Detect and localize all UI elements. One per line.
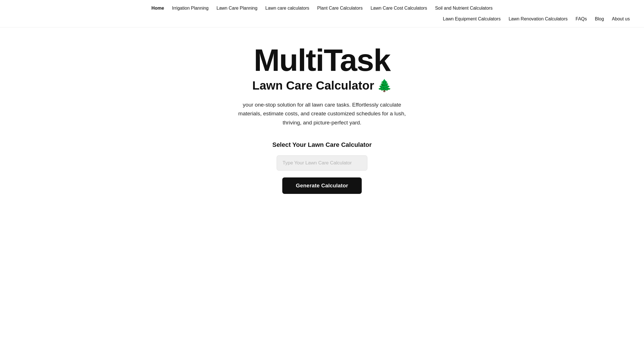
nav-row-2: Lawn Equipment CalculatorsLawn Renovatio… [11,14,633,27]
hero-subtitle-emoji: 🌲 [377,79,392,92]
nav-link-lawn-care-calculators[interactable]: Lawn care calculators [262,4,312,12]
nav-link-plant-care-calculators[interactable]: Plant Care Calculators [314,4,365,12]
nav-link-about-us[interactable]: About us [609,15,633,23]
nav-link-blog[interactable]: Blog [592,15,607,23]
nav-link-faqs[interactable]: FAQs [573,15,590,23]
nav-link-irrigation-planning[interactable]: Irrigation Planning [169,4,211,12]
nav-link-lawn-care-cost-calculators[interactable]: Lawn Care Cost Calculators [368,4,430,12]
nav-link-lawn-equipment-calculators[interactable]: Lawn Equipment Calculators [440,15,504,23]
calculator-input[interactable] [277,155,367,171]
calculator-section: Select Your Lawn Care Calculator Generat… [6,141,638,194]
calculator-label: Select Your Lawn Care Calculator [272,141,372,149]
hero-section: MultiTask Lawn Care Calculator 🌲 your on… [0,27,644,217]
hero-subtitle-text: Lawn Care Calculator [252,79,374,92]
main-nav: HomeIrrigation PlanningLawn Care Plannin… [0,0,644,27]
hero-title: MultiTask [254,45,390,76]
generate-calculator-button[interactable]: Generate Calculator [282,177,362,194]
nav-link-lawn-care-planning[interactable]: Lawn Care Planning [214,4,260,12]
nav-link-home[interactable]: Home [149,4,167,12]
nav-link-lawn-renovation-calculators[interactable]: Lawn Renovation Calculators [506,15,571,23]
nav-link-soil-and-nutrient-calculators[interactable]: Soil and Nutrient Calculators [432,4,495,12]
nav-row-1: HomeIrrigation PlanningLawn Care Plannin… [11,0,633,14]
hero-description: your one-stop solution for all lawn care… [231,100,413,127]
hero-subtitle: Lawn Care Calculator 🌲 [252,79,392,92]
